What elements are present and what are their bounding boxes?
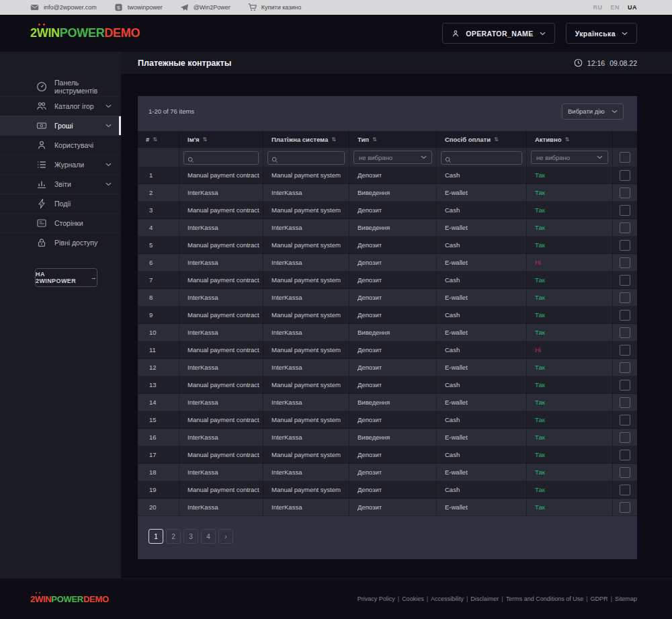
row-checkbox[interactable] <box>620 485 630 495</box>
page-button-4[interactable]: 4 <box>201 529 216 544</box>
row-checkbox[interactable] <box>620 467 630 478</box>
row-checkbox[interactable] <box>620 275 630 286</box>
table-row[interactable]: 17 Manual payment contract Manual paymen… <box>138 446 637 464</box>
table-row[interactable]: 13 Manual payment contract Manual paymen… <box>138 376 637 394</box>
cell-system: InterKassa <box>263 184 349 201</box>
table-row[interactable]: 7 Manual payment contract Manual payment… <box>138 272 637 289</box>
chevron-down-icon <box>106 104 112 108</box>
table-row[interactable]: 10 InterKassa InterKassa Виведення E-wal… <box>138 324 637 341</box>
page-button-3[interactable]: 3 <box>183 529 198 544</box>
next-page-button[interactable]: › <box>218 529 233 544</box>
table-row[interactable]: 9 Manual payment contract Manual payment… <box>138 306 637 324</box>
table-row[interactable]: 8 InterKassa InterKassa Депозит E-wallet… <box>138 289 637 306</box>
table-row[interactable]: 2 InterKassa InterKassa Виведення E-wall… <box>138 184 637 202</box>
row-checkbox[interactable] <box>620 222 630 233</box>
row-checkbox[interactable] <box>620 502 630 513</box>
footer-link[interactable]: Privacy Policy <box>358 595 395 602</box>
footer-link[interactable]: Cookies <box>402 595 424 602</box>
row-checkbox[interactable] <box>620 432 630 443</box>
sidebar-item-сторінки[interactable]: Сторінки <box>0 213 121 233</box>
table-row[interactable]: 12 InterKassa InterKassa Депозит E-walle… <box>138 359 637 376</box>
footer-link[interactable]: Terms and Conditions of Use <box>506 595 584 602</box>
sidebar-item-гроші[interactable]: Гроші <box>0 116 121 135</box>
row-checkbox[interactable] <box>620 310 630 321</box>
contact-link[interactable]: @Win2Power <box>180 3 230 11</box>
row-checkbox[interactable] <box>620 257 630 268</box>
cell-system: InterKassa <box>263 324 349 341</box>
contact-link[interactable]: info@2wpower.com <box>30 3 97 11</box>
row-checkbox[interactable] <box>620 415 630 425</box>
active-filter-select[interactable]: не вибрано <box>531 151 608 164</box>
method-filter-input[interactable] <box>441 151 522 164</box>
column-header[interactable]: Тип ⇅ <box>349 131 437 148</box>
page-button-1[interactable]: 1 <box>149 529 163 544</box>
search-icon <box>187 154 194 161</box>
system-filter-input[interactable] <box>267 151 345 164</box>
page-button-2[interactable]: 2 <box>166 529 181 544</box>
operator-dropdown[interactable]: OPERATOR_NAME <box>442 23 555 44</box>
language-option-en[interactable]: EN <box>610 4 620 11</box>
row-checkbox[interactable] <box>620 240 630 251</box>
row-checkbox[interactable] <box>620 397 630 408</box>
sidebar-nav: Панель инструментів Каталог ігор Гроші К… <box>0 77 121 252</box>
sidebar-item-рівні-доступу[interactable]: Рівні доступу <box>0 233 121 252</box>
table-row[interactable]: 5 Manual payment contract Manual payment… <box>138 237 637 254</box>
row-checkbox[interactable] <box>620 205 630 216</box>
row-checkbox[interactable] <box>620 362 630 373</box>
footer-link[interactable]: Sitemap <box>615 595 637 602</box>
table-row[interactable]: 19 Manual payment contract Manual paymen… <box>138 481 637 499</box>
to-2winpower-button[interactable]: НА 2WINPOWER → <box>35 268 97 287</box>
table-row[interactable]: 18 InterKassa InterKassa Депозит E-walle… <box>138 464 637 481</box>
contact-link[interactable]: Купити казино <box>248 3 301 11</box>
row-checkbox[interactable] <box>620 170 630 181</box>
contact-link[interactable]: S twowinpower <box>114 3 163 11</box>
row-checkbox[interactable] <box>620 380 630 390</box>
cell-system: Manual payment system <box>263 411 349 428</box>
bulk-action-select[interactable]: Вибрати дію <box>562 104 624 120</box>
active-filter-value: не вибрано <box>536 154 570 161</box>
logo-footer[interactable]: 2WINPOWERDEMO <box>30 594 109 604</box>
column-header[interactable]: # ⇅ <box>138 131 179 148</box>
type-filter-select[interactable]: не вибрано <box>353 151 432 164</box>
row-checkbox[interactable] <box>620 292 630 303</box>
cell-number: 1 <box>138 167 179 183</box>
table-row[interactable]: 15 Manual payment contract Manual paymen… <box>138 411 637 429</box>
row-checkbox[interactable] <box>620 450 630 460</box>
table-row[interactable]: 6 InterKassa InterKassa Депозит E-wallet… <box>138 254 637 272</box>
sidebar-item-звіти[interactable]: Звіти <box>0 174 121 194</box>
sidebar-item-панель-инструментів[interactable]: Панель инструментів <box>0 77 121 96</box>
row-checkbox[interactable] <box>620 327 630 338</box>
cell-method: E-wallet <box>437 184 527 201</box>
footer-link[interactable]: Disclaimer <box>470 595 499 602</box>
cell-name: Manual payment contract <box>179 376 263 393</box>
column-header[interactable]: Платіжна система ⇅ <box>263 131 349 148</box>
column-header[interactable]: Активно ⇅ <box>527 131 613 148</box>
footer-link[interactable]: GDPR <box>591 595 608 602</box>
footer-link-separator: | <box>427 595 428 602</box>
language-dropdown[interactable]: Українська <box>566 23 637 44</box>
table-row[interactable]: 11 Manual payment contract Manual paymen… <box>138 341 637 359</box>
language-option-ru[interactable]: RU <box>593 4 602 11</box>
column-header[interactable]: Ім'я ⇅ <box>179 131 263 148</box>
table-row[interactable]: 4 InterKassa InterKassa Виведення E-wall… <box>138 219 637 237</box>
language-option-ua[interactable]: UA <box>628 4 637 11</box>
footer-link[interactable]: Accessibility <box>431 595 464 602</box>
table-row[interactable]: 3 Manual payment contract Manual payment… <box>138 202 637 219</box>
name-filter-input[interactable] <box>183 151 259 164</box>
row-checkbox[interactable] <box>620 188 630 198</box>
sidebar-item-каталог-ігор[interactable]: Каталог ігор <box>0 96 121 116</box>
sidebar-item-події[interactable]: Події <box>0 194 121 213</box>
table-row[interactable]: 20 InterKassa InterKassa Депозит E-walle… <box>138 499 637 516</box>
row-checkbox[interactable] <box>620 345 630 356</box>
table-row[interactable]: 16 InterKassa InterKassa Виведення E-wal… <box>138 429 637 446</box>
sidebar-item-журнали[interactable]: Журнали <box>0 155 121 174</box>
logo-header[interactable]: 2WINPOWERDEMO <box>30 26 140 40</box>
sidebar-item-користувачі[interactable]: Користувачі <box>0 135 121 155</box>
select-all-checkbox[interactable] <box>620 152 630 163</box>
column-header[interactable]: Спосіб оплати ⇅ <box>437 131 527 148</box>
contracts-panel: 1-20 of 76 items Вибрати дію # ⇅ Ім'я ⇅ … <box>138 96 637 559</box>
cell-name: InterKassa <box>179 254 263 271</box>
chevron-down-icon <box>597 155 603 159</box>
table-row[interactable]: 1 Manual payment contract Manual payment… <box>138 167 637 184</box>
table-row[interactable]: 14 InterKassa InterKassa Виведення E-wal… <box>138 394 637 411</box>
